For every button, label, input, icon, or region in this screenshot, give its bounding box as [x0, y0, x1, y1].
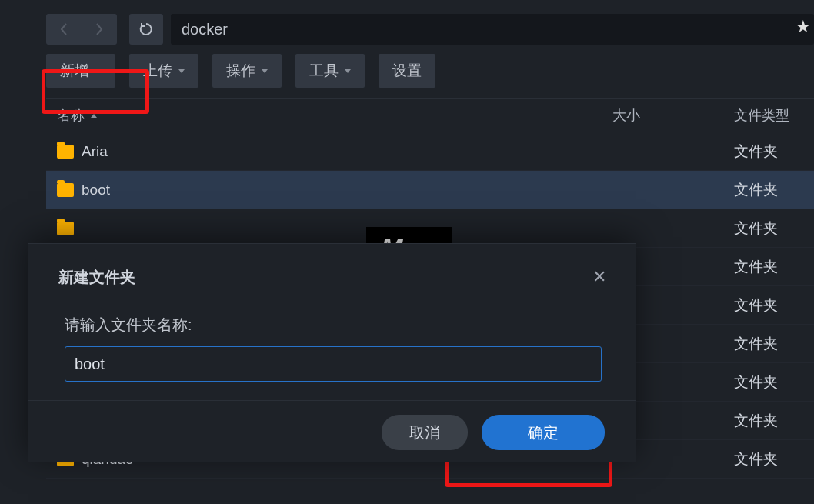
chevron-down-icon [345, 69, 351, 73]
folder-icon [57, 183, 74, 197]
file-type: 文件夹 [734, 449, 814, 469]
path-input[interactable] [171, 14, 814, 45]
modal-title: 新建文件夹 [58, 267, 135, 288]
modal-close-button[interactable]: ✕ [586, 264, 612, 290]
refresh-button[interactable] [129, 14, 163, 45]
file-type: 文件夹 [734, 180, 814, 200]
file-type: 文件夹 [734, 411, 814, 431]
file-name: boot [82, 182, 110, 199]
settings-button[interactable]: 设置 [379, 54, 435, 88]
file-type: 文件夹 [734, 142, 814, 162]
file-type: 文件夹 [734, 372, 814, 392]
operate-button-label: 操作 [226, 61, 255, 81]
cancel-button[interactable]: 取消 [382, 415, 468, 450]
modal-label: 请输入文件夹名称: [65, 315, 602, 335]
file-type: 文件夹 [734, 219, 814, 239]
folder-name-input[interactable] [65, 346, 602, 382]
confirm-button[interactable]: 确定 [482, 415, 605, 450]
table-row[interactable]: boot 文件夹 [46, 171, 814, 209]
column-type[interactable]: 文件类型 [734, 106, 814, 125]
file-name: Aria [82, 143, 108, 160]
chevron-down-icon [95, 69, 102, 73]
table-row[interactable]: Aria 文件夹 [46, 132, 814, 171]
file-type: 文件夹 [734, 295, 814, 315]
column-name[interactable]: 名称 [46, 106, 612, 125]
column-size[interactable]: 大小 [612, 106, 734, 125]
nav-back-button[interactable] [46, 14, 82, 45]
sort-asc-icon [91, 114, 97, 118]
upload-button[interactable]: 上传 [129, 54, 198, 88]
chevron-down-icon [262, 69, 268, 73]
tool-button-label: 工具 [309, 61, 339, 81]
operate-button[interactable]: 操作 [212, 54, 282, 88]
folder-icon [57, 222, 74, 235]
file-type: 文件夹 [734, 257, 814, 277]
chevron-down-icon [178, 69, 185, 73]
file-type: 文件夹 [734, 334, 814, 354]
settings-button-label: 设置 [392, 61, 422, 81]
new-button-label: 新增 [60, 61, 89, 81]
folder-icon [57, 145, 74, 159]
upload-button-label: 上传 [143, 61, 172, 81]
favorite-icon[interactable]: ★ [796, 17, 811, 37]
new-folder-modal: 新建文件夹 ✕ 请输入文件夹名称: 取消 确定 [28, 243, 636, 462]
tool-button[interactable]: 工具 [295, 54, 365, 88]
new-button[interactable]: 新增 [46, 54, 115, 88]
table-header: 名称 大小 文件类型 [46, 98, 814, 132]
nav-forward-button[interactable] [82, 14, 117, 45]
